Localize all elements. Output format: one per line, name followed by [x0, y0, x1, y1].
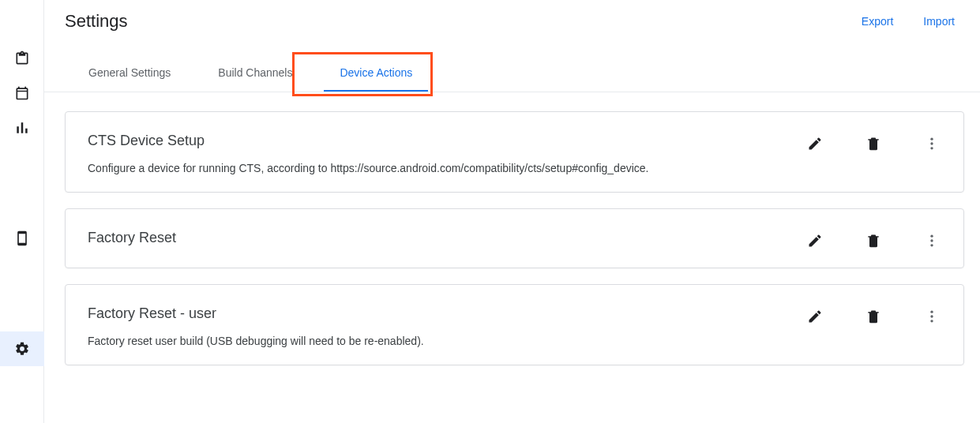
svg-point-1 [930, 142, 933, 144]
more-button[interactable] [922, 307, 941, 326]
main-content: Settings Export Import General Settings … [44, 0, 980, 423]
card-body: CTS Device Setup Configure a device for … [88, 133, 805, 174]
sidebar-item-calendar[interactable] [0, 76, 44, 110]
svg-point-0 [930, 138, 933, 140]
delete-icon [865, 309, 881, 324]
sidebar-item-clipboard[interactable] [0, 41, 44, 76]
svg-point-8 [930, 320, 933, 322]
card-body: Factory Reset [88, 230, 805, 246]
calendar-icon [14, 85, 30, 101]
more-button[interactable] [922, 231, 941, 250]
tab-build-channels[interactable]: Build Channels [194, 55, 316, 92]
edit-button[interactable] [805, 307, 824, 326]
sidebar-item-settings[interactable] [0, 331, 44, 366]
card-body: Factory Reset - user Factory reset user … [88, 305, 805, 347]
tabs: General Settings Build Channels Device A… [44, 55, 980, 92]
page-title: Settings [65, 11, 128, 32]
sidebar-item-device[interactable] [0, 221, 44, 256]
tab-general-settings[interactable]: General Settings [65, 55, 194, 92]
delete-button[interactable] [864, 134, 883, 153]
edit-icon [807, 233, 823, 249]
more-vert-icon [924, 309, 940, 324]
header-actions: Export Import [862, 15, 955, 28]
edit-icon [807, 309, 823, 324]
svg-point-6 [930, 311, 933, 313]
card-title: Factory Reset [88, 230, 805, 246]
card-actions [805, 305, 941, 326]
card-actions [805, 230, 941, 250]
action-card-factory-reset: Factory Reset [65, 208, 964, 268]
card-title: CTS Device Setup [88, 133, 805, 149]
edit-button[interactable] [805, 134, 824, 153]
export-link[interactable]: Export [862, 15, 893, 28]
import-link[interactable]: Import [923, 15, 955, 28]
action-card-cts: CTS Device Setup Configure a device for … [65, 111, 964, 193]
edit-button[interactable] [805, 231, 824, 250]
chart-icon [14, 120, 30, 136]
delete-button[interactable] [864, 307, 883, 326]
edit-icon [807, 136, 823, 152]
gear-icon [14, 341, 30, 357]
action-card-factory-reset-user: Factory Reset - user Factory reset user … [65, 284, 964, 365]
more-vert-icon [924, 136, 940, 152]
delete-icon [865, 136, 881, 152]
svg-point-5 [930, 244, 933, 246]
tab-device-actions[interactable]: Device Actions [316, 55, 436, 92]
svg-point-2 [930, 147, 933, 149]
clipboard-icon [14, 51, 30, 66]
more-button[interactable] [922, 134, 941, 153]
delete-button[interactable] [864, 231, 883, 250]
more-vert-icon [924, 233, 940, 249]
delete-icon [865, 233, 881, 249]
sidebar-item-chart[interactable] [0, 110, 44, 145]
svg-point-4 [930, 239, 933, 241]
svg-point-3 [930, 235, 933, 238]
svg-point-7 [930, 315, 933, 317]
header: Settings Export Import [44, 0, 980, 32]
sidebar [0, 0, 44, 423]
card-description: Factory reset user build (USB debugging … [88, 335, 805, 347]
card-actions [805, 133, 941, 153]
device-icon [14, 230, 30, 246]
card-description: Configure a device for running CTS, acco… [88, 162, 805, 174]
device-actions-list: CTS Device Setup Configure a device for … [44, 92, 980, 365]
card-title: Factory Reset - user [88, 305, 805, 322]
